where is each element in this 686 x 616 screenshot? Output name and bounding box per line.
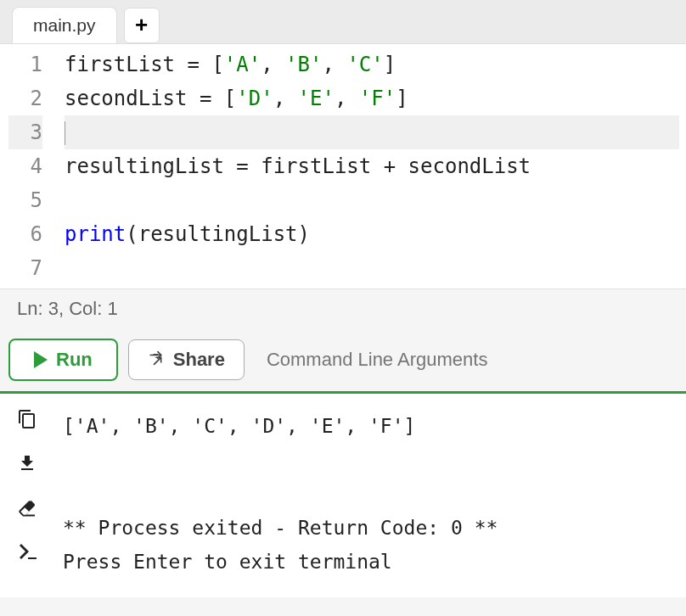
code-token: 'C' xyxy=(346,53,383,76)
tab-main-py[interactable]: main.py xyxy=(12,7,117,44)
code-token: ] xyxy=(384,53,396,76)
code-content[interactable]: firstList = ['A', 'B', 'C']secondList = … xyxy=(58,44,686,288)
line-number: 4 xyxy=(8,149,42,183)
code-token: 'B' xyxy=(285,53,322,76)
line-number: 6 xyxy=(8,217,42,251)
output-toolbar xyxy=(0,394,54,597)
erase-button[interactable] xyxy=(17,497,37,518)
code-line[interactable]: secondList = ['D', 'E', 'F'] xyxy=(65,81,679,115)
output-content[interactable]: ['A', 'B', 'C', 'D', 'E', 'F'] ** Proces… xyxy=(54,394,686,597)
terminal-icon xyxy=(17,541,37,562)
eraser-icon xyxy=(17,497,37,518)
code-token: , xyxy=(322,53,346,76)
cli-args-input[interactable] xyxy=(255,339,678,381)
code-editor[interactable]: 1234567 firstList = ['A', 'B', 'C']secon… xyxy=(0,44,686,288)
share-button[interactable]: Share xyxy=(128,339,245,380)
code-token: secondList = [ xyxy=(65,87,236,110)
code-token: ] xyxy=(396,87,408,110)
action-toolbar: Run Share xyxy=(0,328,686,391)
line-number: 2 xyxy=(8,81,42,115)
code-token: resultingList = firstList + secondList xyxy=(65,154,531,178)
line-number: 7 xyxy=(8,251,42,285)
code-token: , xyxy=(261,53,285,76)
play-icon xyxy=(34,351,48,368)
download-icon xyxy=(17,453,37,473)
download-button[interactable] xyxy=(17,453,37,473)
line-number: 5 xyxy=(8,183,42,217)
text-cursor xyxy=(65,121,65,145)
tabs-bar: main.py + xyxy=(0,0,686,44)
code-token: 'E' xyxy=(298,87,335,110)
share-button-label: Share xyxy=(173,349,225,371)
code-token: 'F' xyxy=(359,87,396,110)
code-token: 'A' xyxy=(224,53,261,76)
code-token: , xyxy=(335,87,359,110)
line-number: 3 xyxy=(8,115,42,149)
code-line[interactable] xyxy=(65,251,679,285)
code-token: print xyxy=(65,222,126,246)
code-token: (resultingList) xyxy=(126,222,310,246)
code-token: , xyxy=(273,87,298,110)
output-panel: ['A', 'B', 'C', 'D', 'E', 'F'] ** Proces… xyxy=(0,394,686,597)
share-icon xyxy=(148,349,165,371)
copy-button[interactable] xyxy=(17,409,37,429)
line-gutter: 1234567 xyxy=(0,44,58,288)
code-line[interactable] xyxy=(65,183,679,217)
run-button[interactable]: Run xyxy=(8,339,118,381)
status-bar: Ln: 3, Col: 1 xyxy=(0,288,686,328)
code-line[interactable]: resultingList = firstList + secondList xyxy=(65,149,679,183)
line-number: 1 xyxy=(8,48,42,81)
code-line[interactable]: firstList = ['A', 'B', 'C'] xyxy=(65,48,679,81)
code-line[interactable] xyxy=(65,115,679,149)
code-token: firstList = [ xyxy=(65,53,224,76)
run-button-label: Run xyxy=(56,349,93,371)
code-line[interactable]: print(resultingList) xyxy=(65,217,679,251)
cursor-position: Ln: 3, Col: 1 xyxy=(17,298,118,319)
terminal-button[interactable] xyxy=(17,541,37,562)
plus-icon: + xyxy=(135,12,148,38)
new-tab-button[interactable]: + xyxy=(124,8,160,43)
copy-icon xyxy=(17,409,37,429)
code-token: 'D' xyxy=(236,87,273,110)
